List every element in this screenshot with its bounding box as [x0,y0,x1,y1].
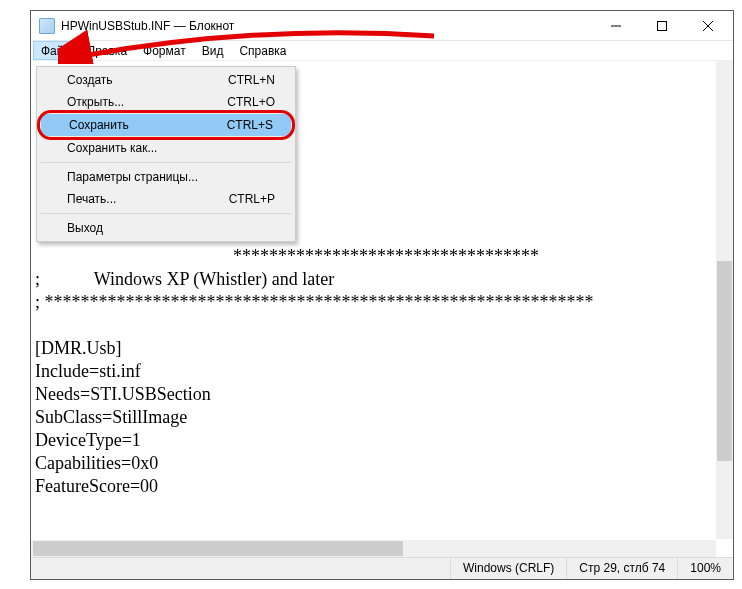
editor-line: DeviceType=1 [35,429,715,452]
menu-file[interactable]: Файл [33,41,79,60]
menu-open-label: Открыть... [67,95,227,109]
horizontal-scroll-thumb[interactable] [33,541,403,556]
editor-line: [DMR.Usb] [35,337,715,360]
editor-line [35,314,715,337]
editor-line: ; Windows XP (Whistler) and later [35,268,715,291]
menu-pagesetup-label: Параметры страницы... [67,170,275,184]
menu-saveas-label: Сохранить как... [67,141,275,155]
menu-pagesetup[interactable]: Параметры страницы... [39,166,293,188]
file-dropdown: Создать CTRL+N Открыть... CTRL+O Сохрани… [36,66,296,242]
menu-new-shortcut: CTRL+N [228,73,275,87]
editor-line: Capabilities=0x0 [35,452,715,475]
titlebar: HPWinUSBStub.INF — Блокнот [31,11,733,41]
menu-print[interactable]: Печать... CTRL+P [39,188,293,210]
menu-save-label: Сохранить [69,118,227,132]
menu-open[interactable]: Открыть... CTRL+O [39,91,293,113]
menu-saveas[interactable]: Сохранить как... [39,137,293,159]
menu-separator-1 [41,162,291,163]
menu-open-shortcut: CTRL+O [227,95,275,109]
notepad-icon [39,18,55,34]
horizontal-scrollbar[interactable] [31,540,716,557]
editor-line: ********************************** [35,245,715,268]
status-position: Стр 29, стлб 74 [566,558,677,579]
editor-line: SubClass=StillImage [35,406,715,429]
editor-line: FeatureScore=00 [35,475,715,498]
close-button[interactable] [685,11,731,41]
window-title: HPWinUSBStub.INF — Блокнот [61,19,593,33]
vertical-scrollbar[interactable] [716,61,733,539]
editor-line: Include=sti.inf [35,360,715,383]
status-spacer [31,558,450,579]
menu-save-shortcut: CTRL+S [227,118,273,132]
menu-new[interactable]: Создать CTRL+N [39,69,293,91]
minimize-button[interactable] [593,11,639,41]
vertical-scroll-thumb[interactable] [717,261,732,461]
menu-format[interactable]: Формат [135,41,194,60]
menu-exit[interactable]: Выход [39,217,293,239]
menu-new-label: Создать [67,73,228,87]
menu-save[interactable]: Сохранить CTRL+S [41,114,291,136]
statusbar: Windows (CRLF) Стр 29, стлб 74 100% [31,557,733,579]
menubar: Файл Правка Формат Вид Справка [31,41,733,61]
maximize-button[interactable] [639,11,685,41]
window-controls [593,11,731,41]
menu-separator-2 [41,213,291,214]
menu-view[interactable]: Вид [194,41,232,60]
menu-print-label: Печать... [67,192,229,206]
menu-exit-label: Выход [67,221,275,235]
editor-line: ; **************************************… [35,291,715,314]
menu-print-shortcut: CTRL+P [229,192,275,206]
status-encoding: Windows (CRLF) [450,558,566,579]
status-zoom: 100% [677,558,733,579]
menu-help[interactable]: Справка [231,41,294,60]
menu-edit[interactable]: Правка [79,41,136,60]
svg-rect-1 [658,21,667,30]
editor-line: Needs=STI.USBSection [35,383,715,406]
menu-save-highlight: Сохранить CTRL+S [41,114,291,136]
